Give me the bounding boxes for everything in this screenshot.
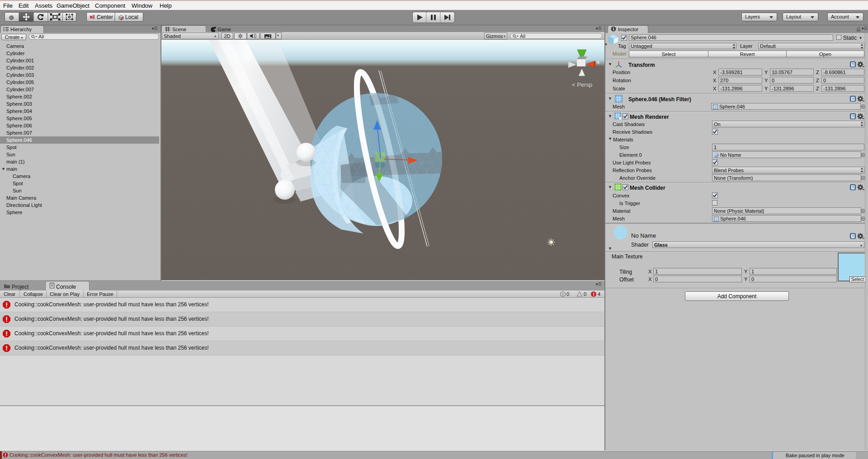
svg-text:Account: Account: [831, 14, 849, 19]
svg-text:< Persp: < Persp: [572, 81, 592, 88]
svg-text:Layout: Layout: [786, 14, 801, 19]
svg-text:?: ?: [852, 97, 854, 101]
svg-text:?: ?: [852, 114, 854, 119]
svg-text:y: y: [580, 42, 583, 48]
svg-text:?: ?: [852, 62, 854, 67]
svg-text:0: 0: [566, 291, 569, 297]
svg-text:4: 4: [598, 291, 600, 297]
svg-text:Local: Local: [125, 14, 138, 20]
svg-text:Center: Center: [97, 14, 113, 20]
svg-text:0: 0: [584, 291, 586, 297]
svg-text:Layers: Layers: [745, 14, 760, 19]
svg-text:?: ?: [852, 185, 854, 190]
svg-text:x: x: [597, 59, 600, 65]
svg-text:?: ?: [852, 234, 854, 239]
